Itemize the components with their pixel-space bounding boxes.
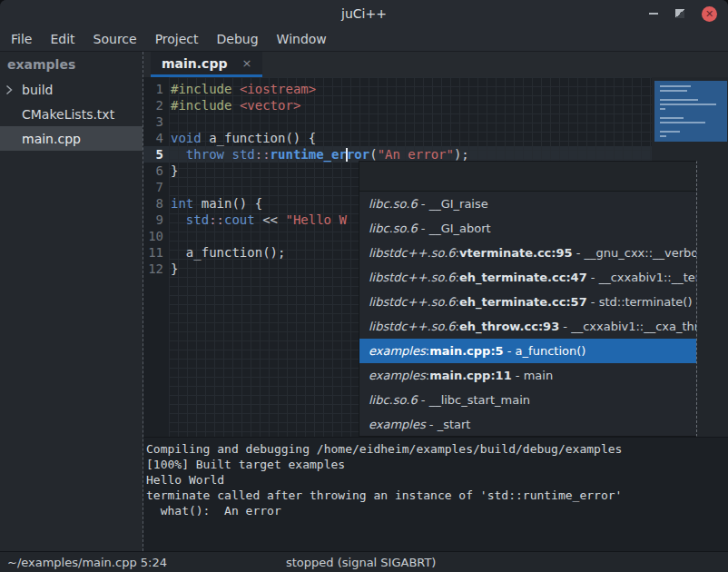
minimap-code-line — [660, 135, 666, 137]
backtrace-item[interactable]: libstdc++.so.6:vterminate.cc:95 - __gnu_… — [359, 241, 696, 265]
code-line[interactable]: void a_function() { — [171, 130, 652, 146]
code-token: std — [231, 147, 254, 162]
frame-function: - __cxxabiv1::__cxa_thro — [559, 320, 696, 333]
frame-function: - __libc_start_main — [418, 393, 530, 407]
code-token — [171, 147, 186, 162]
sidebar-item-label: build — [22, 83, 53, 97]
line-number: 2 — [143, 97, 163, 113]
frame-function: - __cxxabiv1::__tern — [587, 271, 696, 284]
terminal-line: terminate called after throwing an insta… — [146, 488, 726, 503]
menu-item-edit[interactable]: Edit — [48, 30, 76, 48]
file-tree: buildCMakeLists.txtmain.cpp — [0, 77, 143, 151]
backtrace-item[interactable]: libc.so.6 - __libc_start_main — [359, 388, 696, 412]
code-line[interactable] — [171, 113, 652, 130]
line-number: 8 — [143, 195, 163, 212]
line-number: 11 — [143, 244, 163, 261]
menu-item-source[interactable]: Source — [92, 30, 139, 48]
status-debug-state: stopped (signal SIGABRT) — [286, 556, 436, 569]
frame-function: - __GI_raise — [418, 197, 488, 211]
frame-library: libstdc++.so.6 — [369, 320, 456, 333]
minimap-code-line — [660, 131, 680, 133]
code-line[interactable]: #include <vector> — [171, 97, 652, 113]
minimap-code-line — [660, 90, 687, 92]
frame-library: libc.so.6 — [369, 222, 418, 235]
line-number: 5 — [143, 146, 163, 163]
sidebar-item-label: main.cpp — [22, 132, 81, 146]
menu-item-window[interactable]: Window — [275, 30, 329, 48]
backtrace-item[interactable]: libstdc++.so.6:eh_terminate.cc:57 - std:… — [359, 290, 696, 314]
code-token: ( — [369, 147, 377, 162]
backtrace-filter-entry[interactable] — [359, 162, 696, 192]
restore-icon[interactable] — [675, 9, 684, 18]
backtrace-item[interactable]: examples - _start — [359, 412, 696, 436]
minimize-icon[interactable] — [649, 13, 658, 15]
backtrace-item[interactable]: libc.so.6 - __GI_raise — [359, 192, 696, 216]
tab-bar: main.cpp × — [143, 52, 728, 77]
line-number-gutter: 123456789101112 — [143, 77, 169, 437]
code-token: main() { — [193, 196, 262, 211]
minimap-slider[interactable] — [654, 81, 727, 142]
code-token: cout — [224, 212, 255, 227]
minimap-code-line — [660, 108, 665, 110]
backtrace-item[interactable]: libstdc++.so.6:eh_terminate.cc:47 - __cx… — [359, 265, 696, 290]
backtrace-popup: libc.so.6 - __GI_raiselibc.so.6 - __GI_a… — [359, 161, 697, 437]
titlebar: juCi++ ✕ — [0, 0, 728, 27]
close-icon[interactable]: ✕ — [702, 6, 717, 22]
backtrace-item[interactable]: examples:main.cpp:11 - main — [359, 363, 696, 388]
terminal-line: what(): An error — [146, 503, 726, 518]
minimap-code-line — [660, 99, 698, 101]
backtrace-item[interactable]: examples:main.cpp:5 - a_function() — [359, 339, 696, 363]
terminal-line: Hello World — [146, 472, 726, 488]
code-token: runtime_er — [271, 147, 347, 162]
code-token: } — [171, 261, 178, 276]
line-number: 3 — [143, 113, 163, 130]
tab-label: main.cpp — [162, 56, 227, 71]
chevron-right-icon[interactable] — [5, 84, 22, 95]
code-token: std — [186, 212, 209, 227]
terminal-line: [100%] Built target examples — [146, 457, 726, 472]
code-line[interactable]: #include <iostream> — [171, 81, 652, 97]
code-token: ror — [347, 147, 369, 162]
frame-location: main.cpp:5 — [429, 344, 504, 358]
frame-library: libstdc++.so.6 — [369, 246, 456, 260]
menu-item-file[interactable]: File — [9, 30, 34, 48]
sidebar-item-label: CMakeLists.txt — [22, 107, 114, 122]
tab-main-cpp[interactable]: main.cpp × — [151, 52, 262, 77]
frame-function: - __GI_abort — [418, 222, 491, 235]
frame-location: eh_terminate.cc:47 — [459, 271, 587, 284]
frame-library: examples — [369, 418, 426, 431]
sidebar-item-main-cpp[interactable]: main.cpp — [0, 126, 143, 151]
code-token: a_function(); — [171, 245, 285, 260]
backtrace-item[interactable]: libstdc++.so.6:eh_throw.cc:93 - __cxxabi… — [359, 314, 696, 339]
frame-location: vterminate.cc:95 — [459, 246, 573, 260]
code-token: "An error" — [378, 147, 454, 162]
sidebar-item-build[interactable]: build — [0, 77, 143, 102]
file-tree-sidebar: examples buildCMakeLists.txtmain.cpp — [0, 52, 143, 551]
frame-library: examples — [369, 344, 426, 358]
code-token — [231, 82, 239, 96]
sidebar-item-cmakelists-txt[interactable]: CMakeLists.txt — [0, 102, 143, 126]
menu-item-project[interactable]: Project — [153, 30, 201, 48]
frame-function: - __gnu_cxx::__verbos — [573, 246, 696, 260]
code-token: ); — [454, 147, 469, 162]
code-token: throw — [186, 147, 224, 162]
code-token: "Hello W — [285, 212, 346, 227]
code-token: << — [255, 212, 286, 227]
code-token — [231, 98, 239, 113]
code-token: void — [171, 131, 202, 145]
line-number: 4 — [143, 130, 163, 146]
window-title: juCi++ — [341, 6, 387, 21]
tab-close-icon[interactable]: × — [241, 56, 251, 70]
line-number: 10 — [143, 228, 163, 244]
minimap-code-line — [660, 117, 684, 119]
frame-location: main.cpp:11 — [429, 369, 512, 382]
code-token: <iostream> — [240, 82, 316, 96]
code-token: #include — [171, 82, 231, 96]
menu-item-debug[interactable]: Debug — [215, 30, 261, 48]
line-number: 7 — [143, 179, 163, 195]
code-token: :: — [255, 147, 271, 162]
frame-function: - std::terminate() — [587, 295, 693, 309]
terminal-output[interactable]: Compiling and debugging /home/eidheim/ex… — [143, 437, 728, 551]
line-number: 1 — [143, 81, 163, 97]
backtrace-item[interactable]: libc.so.6 - __GI_abort — [359, 216, 696, 241]
